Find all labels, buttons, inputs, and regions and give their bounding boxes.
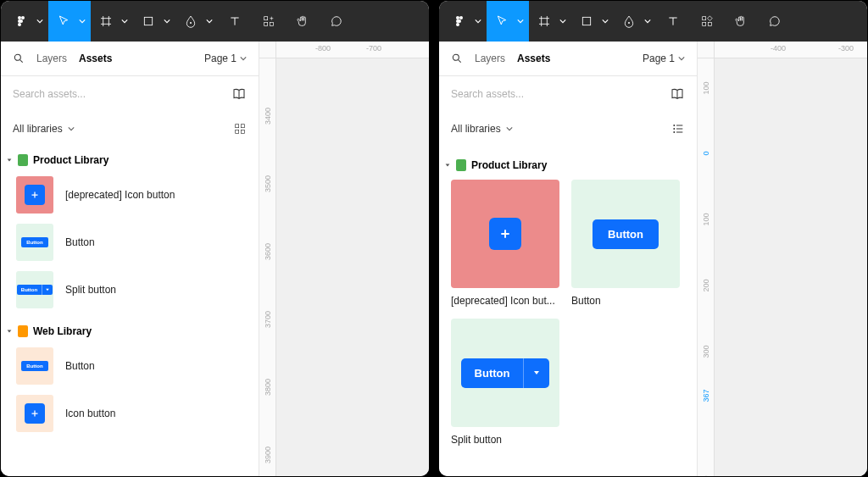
ruler-tick: -300 bbox=[838, 44, 854, 53]
move-tool[interactable] bbox=[48, 1, 91, 42]
page-selector[interactable]: Page 1 bbox=[204, 53, 247, 64]
assets-tree: Product Library [deprecated] Icon but...… bbox=[439, 146, 697, 476]
asset-label: [deprecated] Icon button bbox=[65, 189, 175, 201]
svg-rect-4 bbox=[18, 23, 21, 26]
canvas[interactable]: -400 -300 100 0 100 200 300 367 500 bbox=[698, 42, 867, 476]
text-icon bbox=[228, 14, 242, 28]
filter-row: All libraries bbox=[439, 112, 697, 146]
asset-label: Split button bbox=[451, 434, 559, 446]
library-filter[interactable]: All libraries bbox=[451, 123, 513, 135]
library-button[interactable] bbox=[231, 86, 247, 102]
asset-thumb: Button bbox=[451, 319, 559, 427]
resources-tool[interactable] bbox=[252, 1, 286, 42]
library-name: Web Library bbox=[33, 325, 92, 337]
search-icon[interactable] bbox=[451, 53, 463, 64]
pen-icon bbox=[622, 14, 636, 28]
svg-point-10 bbox=[14, 54, 20, 60]
chevron-down-icon bbox=[517, 18, 524, 25]
hand-icon bbox=[296, 14, 309, 28]
library-name: Product Library bbox=[33, 154, 108, 166]
chevron-down-icon bbox=[559, 18, 566, 25]
panel-header: Layers Assets Page 1 bbox=[439, 42, 697, 75]
svg-rect-1 bbox=[18, 16, 21, 19]
comment-tool[interactable] bbox=[320, 1, 353, 42]
chevron-down-icon bbox=[602, 18, 609, 25]
search-input[interactable] bbox=[13, 88, 231, 100]
svg-point-26 bbox=[453, 54, 459, 60]
asset-row[interactable]: Button Button bbox=[1, 219, 259, 266]
asset-row[interactable]: Button Split button bbox=[1, 266, 259, 313]
hand-tool[interactable] bbox=[286, 1, 320, 42]
search-row bbox=[439, 76, 697, 112]
ruler-tick: 3600 bbox=[264, 243, 272, 260]
toolbar bbox=[1, 1, 429, 42]
tab-assets[interactable]: Assets bbox=[517, 53, 550, 64]
text-tool[interactable] bbox=[656, 1, 690, 42]
tab-layers[interactable]: Layers bbox=[475, 53, 505, 64]
shape-tool[interactable] bbox=[571, 1, 614, 42]
ruler-tick: 3900 bbox=[264, 446, 272, 463]
svg-rect-12 bbox=[241, 125, 244, 128]
library-color-badge bbox=[18, 325, 28, 337]
library-header-product[interactable]: Product Library bbox=[1, 149, 259, 171]
assets-panel: Layers Assets Page 1 All libraries bbox=[439, 42, 698, 476]
page-label: Page 1 bbox=[643, 53, 675, 64]
asset-label: Icon button bbox=[65, 408, 115, 419]
chevron-down-icon bbox=[678, 55, 685, 62]
svg-point-27 bbox=[673, 125, 675, 126]
ruler-vertical: 100 0 100 200 300 367 500 bbox=[698, 58, 715, 476]
library-button[interactable] bbox=[670, 86, 685, 102]
hand-tool[interactable] bbox=[724, 1, 758, 42]
asset-row[interactable]: Icon button bbox=[1, 390, 259, 437]
ruler-horizontal: -800 -700 bbox=[276, 42, 429, 58]
asset-row[interactable]: Button Button bbox=[1, 342, 259, 390]
tab-layers[interactable]: Layers bbox=[36, 53, 67, 64]
chevron-down-icon bbox=[240, 55, 247, 62]
svg-rect-23 bbox=[703, 22, 706, 25]
search-row bbox=[1, 76, 259, 112]
figma-menu[interactable] bbox=[6, 1, 48, 42]
rectangle-icon bbox=[142, 14, 155, 28]
text-icon bbox=[666, 14, 680, 28]
move-tool[interactable] bbox=[487, 1, 529, 42]
asset-row[interactable]: [deprecated] Icon button bbox=[1, 171, 259, 219]
library-header-product[interactable]: Product Library bbox=[444, 156, 685, 180]
ruler-tick: 100 bbox=[702, 213, 710, 225]
page-label: Page 1 bbox=[204, 53, 236, 64]
figma-icon bbox=[14, 14, 28, 28]
comment-tool[interactable] bbox=[758, 1, 792, 42]
svg-rect-14 bbox=[241, 130, 244, 133]
search-icon[interactable] bbox=[13, 53, 25, 64]
asset-thumb bbox=[451, 180, 559, 288]
view-toggle-list[interactable] bbox=[671, 122, 685, 136]
asset-thumb bbox=[16, 395, 53, 432]
ruler-tick: 367 bbox=[702, 389, 710, 402]
asset-card[interactable]: [deprecated] Icon but... bbox=[451, 180, 559, 307]
grid-icon bbox=[233, 122, 247, 136]
library-filter[interactable]: All libraries bbox=[13, 123, 75, 135]
asset-label: Button bbox=[571, 295, 680, 307]
canvas[interactable]: -800 -700 3400 3500 3600 3700 3800 3900 bbox=[259, 42, 429, 476]
asset-thumb: Button bbox=[16, 271, 53, 308]
chevron-down-icon bbox=[164, 18, 170, 25]
shape-tool[interactable] bbox=[133, 1, 175, 42]
tab-assets[interactable]: Assets bbox=[79, 53, 112, 64]
text-tool[interactable] bbox=[218, 1, 252, 42]
resources-icon bbox=[700, 14, 714, 28]
page-selector[interactable]: Page 1 bbox=[643, 53, 685, 64]
filter-row: All libraries bbox=[1, 112, 259, 146]
asset-card[interactable]: Button Split button bbox=[451, 319, 559, 446]
comment-icon bbox=[768, 14, 782, 28]
asset-card[interactable]: Button Button bbox=[571, 180, 680, 307]
pen-tool[interactable] bbox=[175, 1, 218, 42]
panel-header: Layers Assets Page 1 bbox=[1, 42, 259, 75]
pen-tool[interactable] bbox=[614, 1, 656, 42]
resources-tool[interactable] bbox=[690, 1, 724, 42]
figma-window-grid-view: Layers Assets Page 1 All libraries bbox=[439, 1, 867, 476]
frame-tool[interactable] bbox=[91, 1, 133, 42]
figma-menu[interactable] bbox=[444, 1, 487, 42]
frame-tool[interactable] bbox=[529, 1, 571, 42]
search-input[interactable] bbox=[451, 88, 670, 100]
library-header-web[interactable]: Web Library bbox=[1, 320, 259, 342]
view-toggle-grid[interactable] bbox=[233, 122, 247, 136]
